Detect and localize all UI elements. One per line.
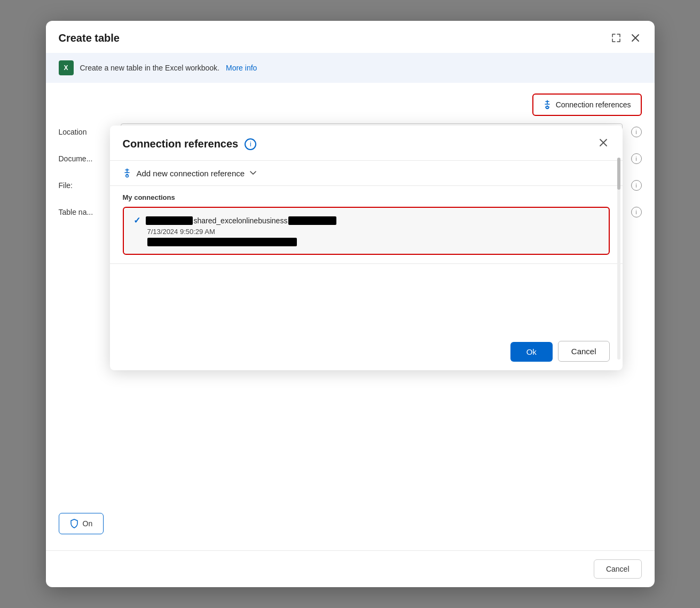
popup-title-row: Connection references i xyxy=(123,138,257,150)
excel-icon: X xyxy=(59,60,74,75)
popup-title: Connection references xyxy=(123,138,239,150)
popup-info-icon[interactable]: i xyxy=(245,138,256,150)
popup-close-button[interactable] xyxy=(597,136,610,152)
info-banner: X Create a new table in the Excel workbo… xyxy=(46,53,655,83)
dialog-header: Create table xyxy=(46,21,655,53)
on-label: On xyxy=(83,519,93,528)
add-connection-reference-row[interactable]: Add new connection reference xyxy=(110,161,623,186)
table-name-info-icon[interactable]: i xyxy=(631,207,642,217)
location-info-icon[interactable]: i xyxy=(631,127,642,137)
my-connections-label: My connections xyxy=(123,193,610,201)
connection-name: shared_excelonlinebusiness xyxy=(146,216,337,225)
scrollbar-track[interactable] xyxy=(617,158,620,360)
add-connection-label: Add new connection reference xyxy=(137,169,245,178)
shield-icon xyxy=(70,519,78,528)
connection-name-text: shared_excelonlinebusiness xyxy=(194,216,288,225)
dialog-footer: Cancel xyxy=(46,550,655,587)
redacted-suffix xyxy=(288,216,336,225)
create-table-dialog: Create table X Create a new table in the… xyxy=(46,21,655,587)
connection-timestamp: 7/13/2024 9:50:29 AM xyxy=(147,228,599,236)
chevron-down-icon xyxy=(250,171,256,175)
dialog-body: Connection references Location i Docume.… xyxy=(46,83,655,550)
add-plug-icon xyxy=(123,168,131,178)
connection-item[interactable]: ✓ shared_excelonlinebusiness 7/13/2024 9… xyxy=(123,207,610,255)
info-banner-text: Create a new table in the Excel workbook… xyxy=(80,64,219,72)
main-cancel-button[interactable]: Cancel xyxy=(594,559,642,579)
on-button[interactable]: On xyxy=(59,513,104,534)
popup-header: Connection references i xyxy=(110,126,623,161)
connection-redacted-bottom xyxy=(147,237,599,246)
my-connections-section: My connections ✓ shared_excelonlinebusin… xyxy=(110,186,623,263)
more-info-link[interactable]: More info xyxy=(226,64,257,72)
dialog-header-icons xyxy=(610,32,642,44)
expand-button[interactable] xyxy=(610,32,623,44)
table-name-label: Table na... xyxy=(59,208,112,216)
connection-item-top: ✓ shared_excelonlinebusiness xyxy=(133,215,599,225)
dialog-title: Create table xyxy=(59,32,120,44)
document-info-icon[interactable]: i xyxy=(631,153,642,164)
connection-references-button[interactable]: Connection references xyxy=(532,93,642,116)
file-label: File: xyxy=(59,181,112,190)
file-info-icon[interactable]: i xyxy=(631,180,642,191)
selected-checkmark: ✓ xyxy=(133,215,140,225)
redacted-prefix xyxy=(146,216,193,225)
ok-button[interactable]: Ok xyxy=(510,342,553,362)
location-label: Location xyxy=(59,128,112,136)
scrollbar-thumb[interactable] xyxy=(617,158,620,190)
redacted-bottom xyxy=(147,238,297,246)
popup-footer: Ok Cancel xyxy=(110,263,623,370)
connection-references-label: Connection references xyxy=(556,100,631,109)
close-dialog-button[interactable] xyxy=(629,32,642,44)
connection-references-popup: Connection references i Add new connecti… xyxy=(110,126,623,370)
cancel-button[interactable]: Cancel xyxy=(558,341,610,362)
document-label: Docume... xyxy=(59,154,112,163)
